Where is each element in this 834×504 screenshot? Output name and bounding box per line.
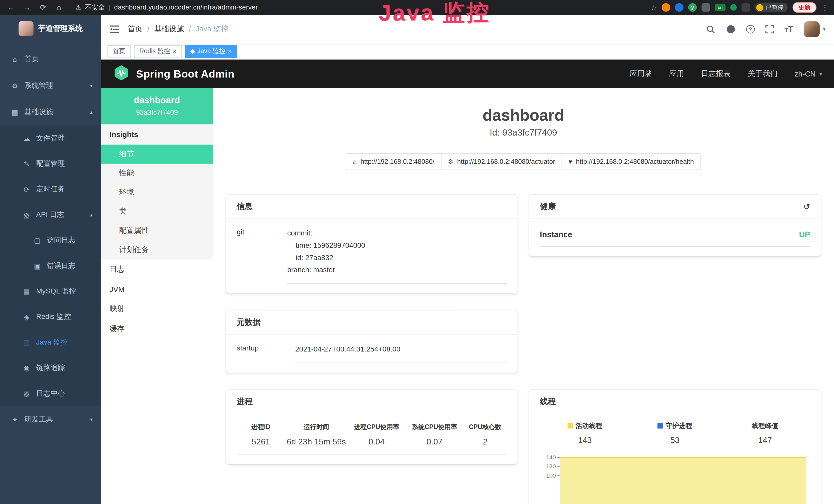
sidebar-item-java-monitor[interactable]: ▥ Java 监控 [0, 330, 101, 355]
history-icon[interactable]: ↺ [804, 202, 810, 211]
extension-grid-icon[interactable] [701, 3, 710, 12]
user-menu[interactable]: ▾ [804, 21, 826, 37]
help-icon[interactable]: ? [746, 25, 755, 33]
sba-item-config-props[interactable]: 配置属性 [101, 221, 213, 240]
y-tick-label: 140 [546, 454, 556, 460]
metadata-key-startup: startup [237, 343, 295, 363]
search-icon[interactable] [706, 25, 715, 33]
y-tick-label: 100 [546, 472, 556, 478]
sba-item-scheduled-tasks[interactable]: 计划任务 [101, 240, 213, 259]
process-col-value: 0.04 [348, 437, 405, 446]
sba-brand-title[interactable]: Spring Boot Admin [136, 68, 235, 80]
sidebar-item-log-center[interactable]: ▨ 日志中心 [0, 381, 101, 406]
sba-item-environment[interactable]: 环境 [101, 183, 213, 202]
extension-drop-icon[interactable] [675, 3, 683, 12]
y-tick-mark [557, 475, 560, 476]
threads-legend: 活动线程 143 守护进程 53 线程峰值 14 [540, 421, 810, 445]
paused-badge[interactable]: 已暂停 [755, 3, 788, 12]
github-icon[interactable] [726, 24, 736, 34]
y-tick-label: 120 [546, 463, 556, 469]
sidebar-item-devtools[interactable]: ✦ 研发工具 ▾ [0, 406, 101, 433]
locale-selector[interactable]: zh-CN ▾ [794, 70, 822, 78]
extension-on-badge-icon[interactable]: on [715, 4, 725, 11]
hamburger-icon[interactable] [110, 25, 119, 33]
tab-label: Java 监控 [197, 47, 225, 56]
breadcrumb-infra[interactable]: 基础设施 [154, 24, 184, 34]
actuator-url-button[interactable]: ⚙ http://192.168.0.2:48080/actuator [441, 153, 562, 170]
breadcrumb: 首页 / 基础设施 / Java 监控 [128, 24, 228, 34]
sba-item-metrics[interactable]: 性能 [101, 164, 213, 183]
extension-puzzle-icon[interactable] [742, 3, 750, 12]
sba-nav-journal[interactable]: 日志报表 [701, 69, 731, 78]
back-icon[interactable]: ← [5, 3, 17, 12]
y-tick-mark [557, 457, 560, 458]
legend-swatch-live [568, 423, 573, 429]
sba-nav-applications[interactable]: 应用 [669, 69, 684, 78]
sba-nav-wallboard[interactable]: 应用墙 [630, 69, 652, 78]
sba-item-mappings[interactable]: 映射 [101, 299, 213, 319]
forward-icon[interactable]: → [21, 3, 33, 12]
git-branch-line: branch: master [287, 264, 507, 276]
error-log-icon: ▣ [33, 262, 41, 270]
close-icon[interactable]: × [228, 48, 232, 54]
app-logo-row[interactable]: 芋道管理系统 [0, 15, 101, 43]
sba-item-caches[interactable]: 缓存 [101, 319, 213, 339]
tags-bar: 首页 Redis 监控 × Java 监控 × [101, 44, 834, 60]
git-time-line: time: 1596289704000 [287, 240, 507, 252]
sidebar-item-trace[interactable]: ◉ 链路追踪 [0, 355, 101, 381]
bookmark-star-icon[interactable]: ☆ [651, 3, 657, 11]
home-icon[interactable]: ⌂ [53, 3, 65, 12]
font-size-icon[interactable]: TT [785, 24, 793, 34]
process-card-title: 进程 [237, 396, 253, 407]
sidebar-item-home[interactable]: ⌂ 首页 [0, 46, 101, 72]
sidebar-item-access-log[interactable]: ▢ 访问日志 [0, 228, 101, 253]
process-card: 进程 进程ID 5261 运行时间 6d 23h 15m 59 [226, 389, 518, 464]
instance-header[interactable]: dashboard 93a3fc7f7409 [101, 88, 213, 124]
sba-item-details[interactable]: 细节 [101, 144, 213, 164]
sidebar-item-label: Java 监控 [36, 338, 68, 347]
sba-item-logs[interactable]: 日志 [101, 259, 213, 280]
close-icon[interactable]: × [173, 48, 177, 54]
extension-fox-icon[interactable] [662, 3, 670, 12]
tab-home[interactable]: 首页 [107, 45, 131, 58]
breadcrumb-home[interactable]: 首页 [128, 24, 142, 34]
sidebar-item-redis[interactable]: ◈ Redis 监控 [0, 304, 101, 329]
sidebar-item-system[interactable]: ⚙ 系统管理 ▾ [0, 72, 101, 99]
dashboard-icon: ⌂ [10, 55, 19, 63]
sidebar-item-config[interactable]: ✎ 配置管理 [0, 151, 101, 176]
sba-item-jvm[interactable]: JVM [101, 280, 213, 299]
y-tick-mark [557, 466, 560, 466]
process-col-header: 进程CPU使用率 [348, 422, 405, 432]
sidebar-item-label: 基础设施 [24, 107, 53, 117]
sidebar-item-api-log[interactable]: ▧ API 日志 ▴ [0, 202, 101, 228]
sidebar-item-file[interactable]: ☁ 文件管理 [0, 125, 101, 151]
security-warning-icon[interactable]: ⚠ [75, 4, 81, 11]
sba-nav-about[interactable]: 关于我们 [748, 69, 777, 78]
tab-redis-monitor[interactable]: Redis 监控 × [134, 45, 182, 58]
git-commit-line: commit: [287, 228, 507, 239]
sidebar-item-mysql[interactable]: ▦ MySQL 监控 [0, 279, 101, 304]
extension-leaf-icon[interactable] [730, 4, 737, 11]
sidebar-item-infra[interactable]: ▤ 基础设施 ▴ [0, 99, 101, 125]
sidebar-item-error-log[interactable]: ▣ 错误日志 [0, 253, 101, 279]
sba-item-classes[interactable]: 类 [101, 202, 213, 221]
sidebar-item-cron[interactable]: ⟳ 定时任务 [0, 177, 101, 202]
extension-y-icon[interactable]: y [688, 3, 697, 12]
chrome-menu-icon[interactable]: ⋮ [821, 3, 829, 12]
fullscreen-icon[interactable] [765, 25, 774, 33]
sidebar-item-label: 日志中心 [36, 389, 65, 398]
health-url-button[interactable]: ♥ http://192.168.0.2:48080/actuator/heal… [562, 153, 701, 170]
log-icon: ▧ [22, 211, 31, 219]
tab-java-monitor[interactable]: Java 监控 × [185, 45, 237, 58]
spring-boot-admin-logo[interactable] [113, 65, 130, 84]
address-bar[interactable]: ⚠ 不安全 | dashboard.yudao.iocoder.cn/infra… [75, 3, 258, 12]
sidebar-item-label: MySQL 监控 [36, 287, 76, 296]
legend-label: 线程峰值 [752, 421, 778, 430]
reload-icon[interactable]: ⟳ [37, 3, 49, 12]
service-url-button[interactable]: ⌂ http://192.168.0.2:48080/ [346, 153, 441, 170]
chrome-update-button[interactable]: 更新 [792, 2, 816, 13]
instance-name: dashboard [105, 95, 208, 106]
url-text[interactable]: dashboard.yudao.iocoder.cn/infra/admin-s… [114, 4, 258, 11]
instance-id: 93a3fc7f7409 [105, 108, 208, 116]
home-icon: ⌂ [353, 158, 357, 165]
